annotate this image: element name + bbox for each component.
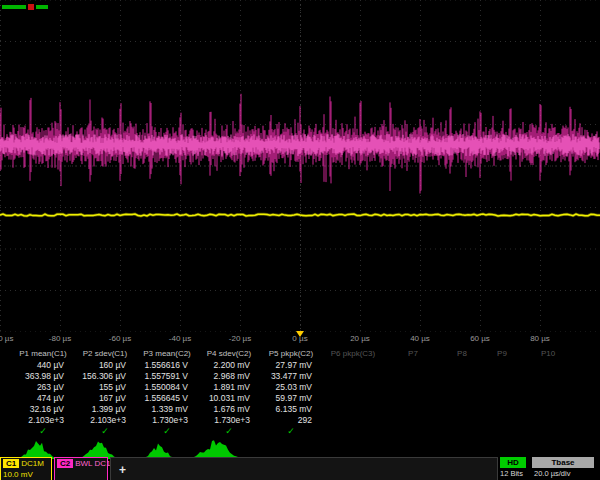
time-tick-label: 80 µs — [530, 334, 550, 343]
measure-value: 363.98 µV — [12, 371, 74, 382]
time-tick-label: -100 µs — [0, 334, 13, 343]
measure-column-header[interactable]: P6 pkpk(C3) — [322, 347, 384, 360]
add-trace-panel[interactable]: + — [110, 457, 498, 480]
waveform-grid-area — [0, 0, 600, 332]
status-indicators — [2, 3, 48, 10]
status-indicator-green-2 — [36, 5, 48, 9]
time-tick-label: -40 µs — [169, 334, 191, 343]
time-tick-label: -60 µs — [109, 334, 131, 343]
measurement-table: P1 mean(C1)P2 sdev(C1)P3 mean(C2)P4 sdev… — [0, 347, 600, 437]
measure-value: 10.031 mV — [198, 393, 260, 404]
measure-row: 363.98 µV156.306 µV1.557591 V2.968 mV33.… — [0, 371, 600, 382]
measure-row: 2.103e+32.103e+31.730e+31.730e+3292 — [0, 415, 600, 426]
measure-value: 1.339 mV — [136, 404, 198, 415]
time-tick-label: 0 µs — [292, 334, 307, 343]
measure-value: 33.477 mV — [260, 371, 322, 382]
measure-value: 59.97 mV — [260, 393, 322, 404]
measure-value: 263 µV — [12, 382, 74, 393]
measure-value: 1.550084 V — [136, 382, 198, 393]
time-tick-label: -20 µs — [229, 334, 251, 343]
measure-value: 1.556645 V — [136, 393, 198, 404]
measure-value: 156.306 µV — [74, 371, 136, 382]
measure-column-header[interactable]: P2 sdev(C1) — [74, 347, 136, 360]
measure-value: 2.103e+3 — [74, 415, 136, 426]
measure-value: 1.730e+3 — [198, 415, 260, 426]
c2-channel-badge: C2 — [57, 459, 73, 468]
measure-value: 27.97 mV — [260, 360, 322, 371]
time-tick-label: 20 µs — [350, 334, 370, 343]
measure-value: 2.968 mV — [198, 371, 260, 382]
measure-column-header[interactable]: P1 mean(C1) — [12, 347, 74, 360]
time-tick-label: 60 µs — [470, 334, 490, 343]
measure-value: 25.03 mV — [260, 382, 322, 393]
measure-value: 474 µV — [12, 393, 74, 404]
c2-descriptor[interactable]: C2 BWL DC1M — [54, 457, 108, 480]
c1-coupling: DC1M — [21, 458, 44, 469]
c1-scale: 10.0 mV — [1, 469, 51, 480]
plus-icon[interactable]: + — [119, 463, 126, 477]
measure-value: 292 — [260, 415, 322, 426]
measure-column-header[interactable]: P3 mean(C2) — [136, 347, 198, 360]
measure-header-row: P1 mean(C1)P2 sdev(C1)P3 mean(C2)P4 sdev… — [0, 347, 600, 360]
measure-column-header[interactable]: P4 sdev(C2) — [198, 347, 260, 360]
timebase-label: Tbase — [532, 457, 594, 468]
hd-bits: 12 Bits — [500, 469, 523, 478]
measure-column-header[interactable]: P9 — [482, 347, 522, 360]
measure-value: 1.730e+3 — [136, 415, 198, 426]
measure-value: 1.891 mV — [198, 382, 260, 393]
histicon-strip[interactable] — [0, 433, 300, 460]
measure-row: 474 µV167 µV1.556645 V10.031 mV59.97 mV — [0, 393, 600, 404]
measure-row: 263 µV155 µV1.550084 V1.891 mV25.03 mV — [0, 382, 600, 393]
measure-row: 440 µV160 µV1.556616 V2.200 mV27.97 mV — [0, 360, 600, 371]
measure-value: 167 µV — [74, 393, 136, 404]
c1-channel-badge: C1 — [3, 459, 19, 468]
measure-value: 32.16 µV — [12, 404, 74, 415]
measure-column-header[interactable]: P5 pkpk(C2) — [260, 347, 322, 360]
measure-value: 2.103e+3 — [12, 415, 74, 426]
time-tick-label: 40 µs — [410, 334, 430, 343]
timebase-scale: 20.0 µs/div — [532, 469, 570, 478]
measure-value: 1.399 µV — [74, 404, 136, 415]
c2-bwl: BWL — [75, 458, 92, 469]
status-indicator-red — [28, 4, 34, 10]
measure-value: 2.200 mV — [198, 360, 260, 371]
measure-column-header[interactable]: P10 — [522, 347, 574, 360]
measure-value: 1.676 mV — [198, 404, 260, 415]
measure-column-header[interactable]: P8 — [442, 347, 482, 360]
hd-badge: HD — [500, 457, 526, 468]
waveform-display — [0, 0, 600, 332]
time-tick-label: -80 µs — [49, 334, 71, 343]
measure-value: 155 µV — [74, 382, 136, 393]
oscilloscope-screen: -100 µs-80 µs-60 µs-40 µs-20 µs0 µs20 µs… — [0, 0, 600, 480]
c1-descriptor[interactable]: C1 DC1M 10.0 mV — [0, 457, 52, 480]
measure-column-header[interactable]: P7 — [384, 347, 442, 360]
measure-value: 160 µV — [74, 360, 136, 371]
status-indicator-green — [2, 5, 26, 9]
measure-value: 440 µV — [12, 360, 74, 371]
bottom-bar: C1 DC1M 10.0 mV C2 BWL DC1M + HD 12 Bits… — [0, 457, 600, 480]
hd-descriptor[interactable]: HD 12 Bits — [500, 457, 530, 480]
measure-value: 1.556616 V — [136, 360, 198, 371]
timebase-descriptor[interactable]: Tbase 20.0 µs/div — [532, 457, 598, 480]
time-axis: -100 µs-80 µs-60 µs-40 µs-20 µs0 µs20 µs… — [0, 331, 600, 346]
measure-row: 32.16 µV1.399 µV1.339 mV1.676 mV6.135 mV — [0, 404, 600, 415]
measure-value: 1.557591 V — [136, 371, 198, 382]
measure-value: 6.135 mV — [260, 404, 322, 415]
